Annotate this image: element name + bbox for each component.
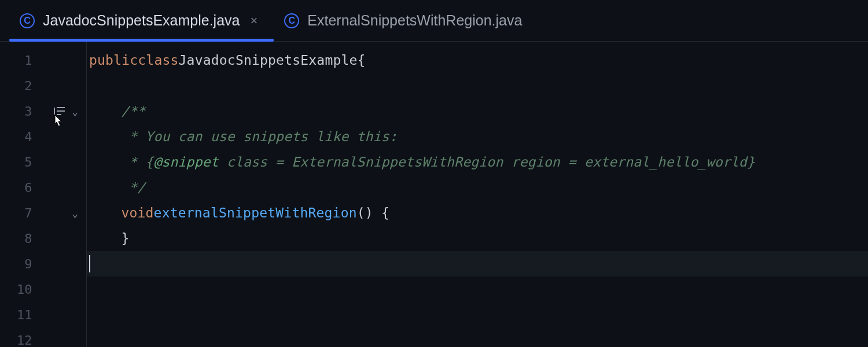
- render-doc-icon[interactable]: [53, 106, 66, 116]
- code-line[interactable]: */: [87, 175, 868, 200]
- chevron-down-icon[interactable]: ⌄: [72, 207, 78, 219]
- line-number: 11: [0, 308, 37, 322]
- line-number: 1: [0, 53, 37, 68]
- editor: 1 2 3 ⌄ 4 5 6 7 ⌄: [0, 42, 868, 347]
- gutter: 1 2 3 ⌄ 4 5 6 7 ⌄: [0, 42, 87, 347]
- line-number: 6: [0, 180, 37, 195]
- code-line[interactable]: * {@snippet class = ExternalSnippetsWith…: [87, 149, 868, 175]
- code-line[interactable]: public class JavadocSnippetsExample {: [87, 47, 868, 73]
- code-line[interactable]: [87, 251, 868, 276]
- line-number: 2: [0, 79, 37, 93]
- class-icon: C: [20, 13, 35, 28]
- line-number: 8: [0, 231, 37, 246]
- tab-label: JavadocSnippetsExample.java: [43, 12, 240, 29]
- code-line[interactable]: [87, 327, 868, 347]
- line-number: 7: [0, 206, 37, 220]
- class-icon: C: [284, 13, 299, 28]
- line-number: 9: [0, 257, 37, 271]
- code-line[interactable]: /**: [87, 98, 868, 124]
- code-line[interactable]: }: [87, 226, 868, 251]
- tab-javadoc-snippets-example[interactable]: C JavadocSnippetsExample.java ×: [9, 0, 274, 41]
- code-area[interactable]: public class JavadocSnippetsExample { /*…: [87, 42, 868, 347]
- close-icon[interactable]: ×: [248, 13, 260, 28]
- code-line[interactable]: void externalSnippetWithRegion() {: [87, 200, 868, 226]
- code-line[interactable]: [87, 276, 868, 302]
- line-number: 12: [0, 333, 37, 348]
- tab-external-snippets-with-region[interactable]: C ExternalSnippetsWithRegion.java: [274, 0, 536, 41]
- chevron-down-icon[interactable]: ⌄: [72, 105, 78, 117]
- line-number: 5: [0, 155, 37, 169]
- code-line[interactable]: [87, 302, 868, 327]
- text-caret: [89, 255, 90, 272]
- line-number: 4: [0, 130, 37, 144]
- code-line[interactable]: [87, 73, 868, 98]
- code-line[interactable]: * You can use snippets like this:: [87, 124, 868, 149]
- line-number: 3: [0, 104, 37, 119]
- tab-bar: C JavadocSnippetsExample.java × C Extern…: [0, 0, 868, 42]
- tab-label: ExternalSnippetsWithRegion.java: [307, 12, 522, 29]
- line-number: 10: [0, 282, 37, 297]
